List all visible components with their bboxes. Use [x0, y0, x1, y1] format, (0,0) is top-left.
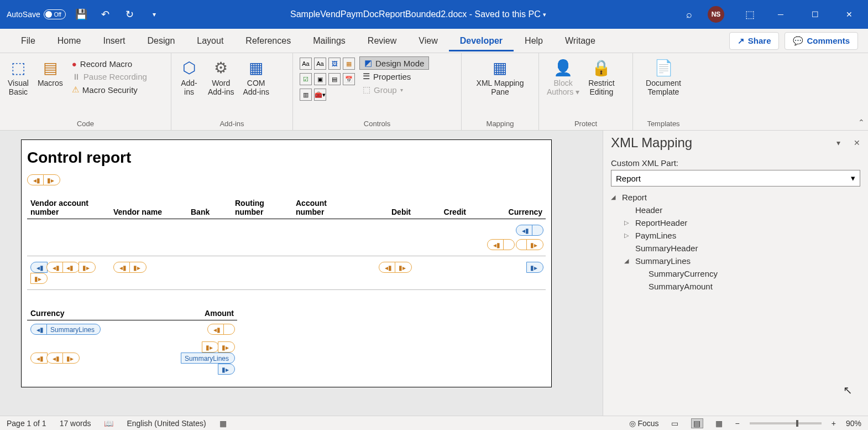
tree-node-paymlines[interactable]: ▷PaymLines	[611, 229, 860, 242]
rich-text-control-icon[interactable]: Aa	[300, 58, 312, 70]
customize-qat-icon[interactable]: ▾	[145, 6, 163, 23]
content-control-tag[interactable]: ▮▸	[218, 364, 235, 375]
content-control-tag[interactable]: ◂▮	[207, 324, 224, 335]
view-web-icon[interactable]: ▦	[713, 418, 725, 428]
combo-control-icon[interactable]: ▣	[314, 73, 326, 85]
tab-insert[interactable]: Insert	[92, 30, 136, 51]
content-control-tag[interactable]	[503, 239, 515, 250]
tab-references[interactable]: References	[234, 30, 302, 51]
content-control-tag[interactable]: ▮▸	[395, 262, 412, 273]
tab-developer[interactable]: Developer	[449, 30, 514, 51]
content-control-tag[interactable]: ◂▮	[46, 262, 64, 273]
tab-writage[interactable]: Writage	[554, 30, 606, 51]
status-spellcheck-icon[interactable]: 📖	[104, 419, 113, 428]
comments-button[interactable]: 💬 Comments	[785, 32, 858, 50]
pane-options-icon[interactable]: ▾	[836, 138, 840, 147]
content-control-tag[interactable]: ▮▸	[129, 262, 147, 273]
content-control-tag[interactable]: ◂▮	[46, 353, 64, 364]
content-control-tag[interactable]	[532, 225, 543, 236]
status-page[interactable]: Page 1 of 1	[7, 419, 46, 428]
design-mode-button[interactable]: ◩ Design Mode	[359, 56, 429, 70]
zoom-out-button[interactable]: −	[735, 419, 740, 428]
date-control-icon[interactable]: 📅	[343, 73, 355, 85]
pane-close-icon[interactable]: ✕	[854, 138, 860, 147]
content-control-tag[interactable]: ◂▮	[379, 262, 396, 273]
undo-icon[interactable]: ↶	[97, 6, 114, 23]
tree-node-reportheader[interactable]: ▷ReportHeader	[611, 216, 860, 229]
share-button[interactable]: ↗ Share	[729, 32, 780, 50]
macros-button[interactable]: ▤ Macros	[34, 55, 66, 90]
search-icon[interactable]: ⌕	[680, 6, 698, 23]
content-control-tag[interactable]: ▮▸	[43, 174, 60, 185]
tree-node-summaryamount[interactable]: SummaryAmount	[611, 280, 860, 293]
collapse-ribbon-icon[interactable]: ⌃	[858, 118, 865, 127]
chevron-down-icon[interactable]: ▾	[543, 11, 546, 18]
com-addins-button[interactable]: ▦ COM Add-ins	[239, 55, 272, 99]
repeating-control-icon[interactable]: ▥	[300, 89, 312, 101]
zoom-thumb[interactable]	[796, 420, 798, 427]
content-control-tag[interactable]: ▮▸	[30, 273, 48, 284]
tab-file[interactable]: File	[10, 30, 46, 51]
content-control-tag[interactable]: ◂▮	[30, 262, 48, 273]
zoom-in-button[interactable]: +	[832, 419, 836, 428]
status-macros-icon[interactable]: ▦	[219, 419, 227, 428]
macro-security-button[interactable]: ⚠ Macro Security	[69, 83, 150, 96]
document-canvas[interactable]: Control report ◂▮▮▸ Vendor account numbe…	[0, 131, 603, 416]
content-control-tag[interactable]: ▮▸	[79, 262, 96, 273]
summary-lines-tag[interactable]: SummaryLines	[181, 353, 235, 364]
content-control-tag[interactable]: ▮▸	[526, 262, 543, 273]
autosave-toggle[interactable]: AutoSave Off	[7, 9, 66, 19]
summary-lines-tag[interactable]: SummaryLines	[46, 324, 101, 335]
content-control-tag[interactable]: ◂▮	[62, 262, 80, 273]
properties-button[interactable]: ☰ Properties	[359, 70, 429, 83]
word-addins-button[interactable]: ⚙ Word Add-ins	[205, 55, 237, 99]
content-control-tag[interactable]: ◂▮	[27, 174, 44, 185]
view-read-icon[interactable]: ▭	[669, 418, 681, 428]
custom-xml-select[interactable]: Report ▾	[611, 170, 860, 186]
close-button[interactable]: ✕	[837, 6, 861, 23]
tree-node-summarylines[interactable]: ◢SummaryLines	[611, 255, 860, 267]
status-words[interactable]: 17 words	[60, 419, 91, 428]
view-print-icon[interactable]: ▤	[691, 418, 703, 428]
checkbox-control-icon[interactable]: ☑	[300, 73, 312, 85]
ribbon-display-icon[interactable]: ⬚	[741, 6, 759, 23]
record-macro-button[interactable]: ● Record Macro	[69, 58, 150, 70]
content-control-tag[interactable]: ◂▮	[516, 225, 533, 236]
legacy-tools-icon[interactable]: 🧰▾	[314, 89, 326, 101]
document-template-button[interactable]: 📄 Document Template	[642, 55, 684, 99]
tab-design[interactable]: Design	[136, 30, 186, 51]
picture-control-icon[interactable]: 🖼	[328, 58, 341, 70]
content-control-tag[interactable]: ▮▸	[218, 341, 235, 353]
content-control-tag[interactable]: ◂▮	[113, 262, 130, 273]
plain-text-control-icon[interactable]: Aa	[314, 58, 326, 70]
dropdown-control-icon[interactable]: ▤	[328, 73, 341, 85]
tab-layout[interactable]: Layout	[186, 30, 234, 51]
visual-basic-button[interactable]: ⬚ Visual Basic	[4, 55, 32, 99]
status-language[interactable]: English (United States)	[127, 419, 206, 428]
addins-button[interactable]: ⬡ Add- ins	[176, 55, 202, 99]
toggle-switch[interactable]: Off	[44, 9, 66, 19]
tab-review[interactable]: Review	[357, 30, 407, 51]
user-avatar[interactable]: NS	[708, 6, 724, 23]
block-control-icon[interactable]: ▦	[343, 58, 355, 70]
tree-node-summaryheader[interactable]: SummaryHeader	[611, 242, 860, 255]
tab-mailings[interactable]: Mailings	[302, 30, 357, 51]
content-control-tag[interactable]	[223, 324, 235, 335]
xml-mapping-pane-button[interactable]: ▦ XML Mapping Pane	[473, 55, 527, 99]
tree-node-header[interactable]: Header	[611, 204, 860, 216]
content-control-tag[interactable]: ◂▮	[30, 353, 48, 364]
content-control-tag[interactable]	[516, 239, 527, 250]
tab-help[interactable]: Help	[514, 30, 554, 51]
zoom-level[interactable]: 90%	[846, 419, 861, 428]
maximize-button[interactable]: ☐	[803, 6, 827, 23]
content-control-tag[interactable]: ▮▸	[202, 341, 219, 353]
content-control-tag[interactable]: ◂▮	[30, 324, 48, 335]
restrict-editing-button[interactable]: 🔒 Restrict Editing	[585, 55, 618, 99]
tab-view[interactable]: View	[407, 30, 448, 51]
redo-icon[interactable]: ↻	[121, 6, 139, 23]
content-control-tag[interactable]: ▮▸	[526, 239, 543, 250]
save-icon[interactable]: 💾	[72, 6, 90, 23]
zoom-slider[interactable]	[750, 422, 822, 424]
tab-home[interactable]: Home	[46, 30, 92, 51]
content-control-tag[interactable]: ▮▸	[62, 353, 80, 364]
